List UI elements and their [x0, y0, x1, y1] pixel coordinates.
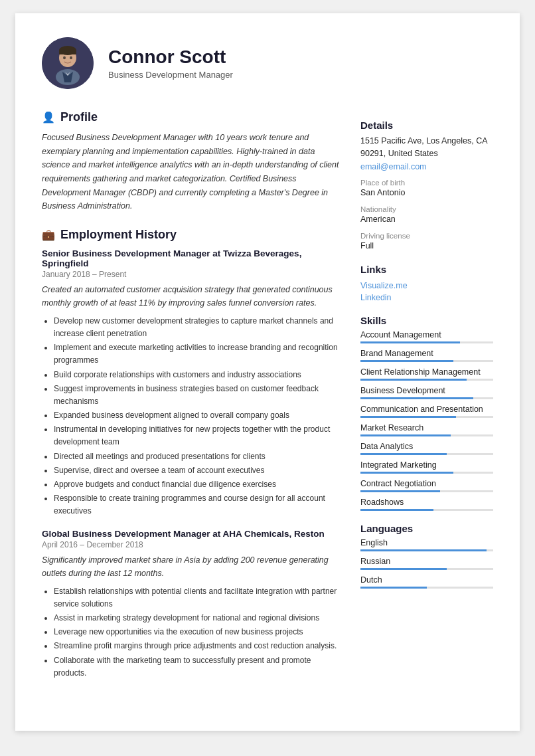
- bullet: Develop new customer development strateg…: [54, 315, 339, 340]
- right-column: Details 1515 Pacific Ave, Los Angeles, C…: [360, 108, 493, 704]
- skill-name: Communication and Presentation: [360, 405, 493, 414]
- skill-bar-fill: [360, 453, 447, 455]
- job-1-bullets: Develop new customer development strateg…: [42, 315, 339, 518]
- skill-bar-fill: [360, 341, 460, 343]
- language-bar-bg: [360, 568, 493, 570]
- language-bar-fill: [360, 587, 427, 589]
- nationality-value: American: [360, 213, 493, 225]
- profile-text: Focused Business Development Manager wit…: [42, 131, 339, 213]
- link-linkedin[interactable]: Linkedin: [360, 293, 392, 302]
- job-2-title: Global Business Development Manager at A…: [42, 529, 339, 539]
- skill-bar-bg: [360, 341, 493, 343]
- svg-point-8: [63, 56, 66, 59]
- skill-name: Integrated Marketing: [360, 460, 493, 470]
- candidate-title: Business Development Manager: [108, 70, 233, 80]
- job-1-title: Senior Business Development Manager at T…: [42, 248, 339, 268]
- driving-license-value: Full: [360, 240, 493, 252]
- details-section: Details 1515 Pacific Ave, Los Angeles, C…: [360, 120, 493, 252]
- profile-heading: 👤 Profile: [42, 110, 339, 124]
- job-2: Global Business Development Manager at A…: [42, 529, 339, 680]
- details-email[interactable]: email@email.com: [360, 162, 427, 171]
- skill-item: Data Analytics: [360, 442, 493, 455]
- job-1: Senior Business Development Manager at T…: [42, 248, 339, 518]
- skill-bar-bg: [360, 490, 493, 492]
- language-item: Russian: [360, 557, 493, 570]
- languages-heading: Languages: [360, 523, 493, 534]
- resume-header: Connor Scott Business Development Manage…: [42, 37, 493, 89]
- skill-name: Data Analytics: [360, 442, 493, 451]
- skill-bar-bg: [360, 360, 493, 362]
- place-of-birth-label: Place of birth: [360, 179, 493, 187]
- bullet: Assist in marketing strategy development…: [54, 612, 339, 624]
- bullet: Streamline profit margins through price …: [54, 640, 339, 652]
- languages-section: Languages English Russian Dutch: [360, 523, 493, 589]
- skill-item: Business Development: [360, 386, 493, 399]
- header-info: Connor Scott Business Development Manage…: [108, 47, 233, 80]
- skill-bar-fill: [360, 397, 473, 399]
- skill-name: Account Management: [360, 330, 493, 339]
- skill-item: Brand Management: [360, 349, 493, 362]
- svg-rect-7: [59, 50, 76, 54]
- bullet: Leverage new opportunities via the execu…: [54, 626, 339, 638]
- bullet: Build corporate relationships with custo…: [54, 369, 339, 381]
- skill-item: Contract Negotiation: [360, 479, 493, 492]
- language-bar-bg: [360, 549, 493, 551]
- skill-bar-bg: [360, 416, 493, 418]
- bullet: Collaborate with the marketing team to s…: [54, 654, 339, 680]
- skill-item: Market Research: [360, 423, 493, 436]
- job-1-summary: Created an automated customer acquisitio…: [42, 283, 339, 310]
- svg-point-9: [70, 56, 72, 59]
- profile-icon: 👤: [42, 111, 55, 124]
- avatar: [42, 37, 94, 89]
- languages-list: English Russian Dutch: [360, 538, 493, 589]
- skill-bar-bg: [360, 434, 493, 436]
- skill-bar-fill: [360, 490, 440, 492]
- skill-bar-bg: [360, 397, 493, 399]
- skill-name: Contract Negotiation: [360, 479, 493, 488]
- skill-bar-fill: [360, 472, 453, 474]
- job-2-summary: Significantly improved market share in A…: [42, 553, 339, 580]
- links-section: Links Visualize.me Linkedin: [360, 264, 493, 303]
- language-name: Dutch: [360, 575, 493, 585]
- details-address: 1515 Pacific Ave, Los Angeles, CA 90291,…: [360, 135, 493, 160]
- left-column: 👤 Profile Focused Business Development M…: [42, 108, 339, 704]
- skill-name: Roadshows: [360, 498, 493, 507]
- profile-section: 👤 Profile Focused Business Development M…: [42, 110, 339, 213]
- job-2-dates: April 2016 – December 2018: [42, 540, 339, 549]
- main-content: 👤 Profile Focused Business Development M…: [42, 108, 493, 704]
- language-bar-fill: [360, 549, 487, 551]
- skills-section: Skills Account Management Brand Manageme…: [360, 315, 493, 511]
- skill-item: Roadshows: [360, 498, 493, 511]
- job-1-dates: January 2018 – Present: [42, 270, 339, 279]
- language-name: Russian: [360, 557, 493, 566]
- language-bar-fill: [360, 568, 447, 570]
- links-heading: Links: [360, 264, 493, 275]
- skill-bar-bg: [360, 509, 493, 511]
- employment-icon: 💼: [42, 229, 55, 241]
- skill-name: Business Development: [360, 386, 493, 395]
- skill-bar-bg: [360, 379, 493, 381]
- skill-bar-fill: [360, 434, 451, 436]
- bullet: Suggest improvements in business strateg…: [54, 383, 339, 408]
- nationality-label: Nationality: [360, 205, 493, 213]
- skill-bar-bg: [360, 453, 493, 455]
- skill-bar-fill: [360, 416, 456, 418]
- bullet: Implement and execute marketing activiti…: [54, 341, 339, 367]
- bullet: Instrumental in developing initiatives f…: [54, 423, 339, 448]
- skill-item: Client Relationship Management: [360, 367, 493, 381]
- skills-list: Account Management Brand Management Clie…: [360, 330, 493, 511]
- bullet: Establish relationships with potential c…: [54, 585, 339, 611]
- link-visualize[interactable]: Visualize.me: [360, 281, 408, 290]
- bullet: Expanded business development aligned to…: [54, 409, 339, 422]
- candidate-name: Connor Scott: [108, 47, 233, 68]
- driving-license-label: Driving license: [360, 232, 493, 240]
- skills-heading: Skills: [360, 315, 493, 326]
- bullet: Approve budgets and conduct financial du…: [54, 478, 339, 491]
- bullet: Supervise, direct and oversee a team of …: [54, 464, 339, 477]
- language-item: English: [360, 538, 493, 551]
- language-item: Dutch: [360, 575, 493, 589]
- skill-item: Account Management: [360, 330, 493, 343]
- details-heading: Details: [360, 120, 493, 131]
- bullet: Responsible to create training programme…: [54, 492, 339, 518]
- language-name: English: [360, 538, 493, 547]
